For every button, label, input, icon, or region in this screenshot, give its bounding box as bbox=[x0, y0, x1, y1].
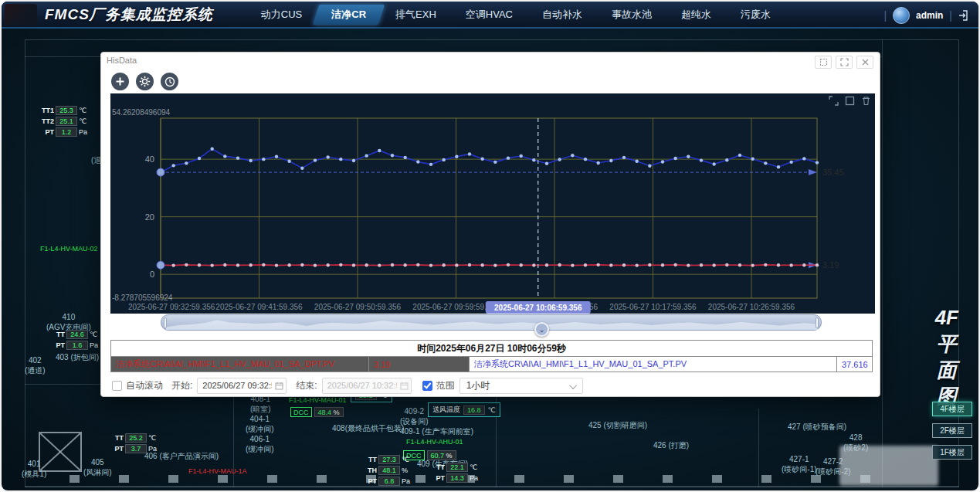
corner-logo bbox=[5, 4, 37, 25]
room-label: 425 (切割研磨间) bbox=[588, 421, 647, 431]
hisdata-dialog: HisData bbox=[100, 52, 880, 397]
svg-text:2025-06-27 10:06:59.356: 2025-06-27 10:06:59.356 bbox=[494, 304, 582, 312]
pillar bbox=[663, 475, 673, 483]
room-label: 426 (打磨) bbox=[653, 441, 689, 451]
trend-plot[interactable]: 020402025-06-27 09:32:59.3562025-06-27 0… bbox=[110, 93, 875, 314]
chevron-down-icon bbox=[569, 382, 577, 389]
pillar bbox=[415, 475, 426, 483]
app-title: FMCS厂务集成监控系统 bbox=[45, 5, 213, 25]
pillar bbox=[168, 475, 178, 483]
floor-selector-buttons: 4F楼层2F楼层1F楼层 bbox=[932, 402, 972, 460]
app-window: FMCS厂务集成监控系统 动力CUS洁净CR排气EXH空调HVAC自动补水事故水… bbox=[0, 0, 980, 492]
tab-自动补水[interactable]: 自动补水 bbox=[530, 4, 595, 25]
logout-icon[interactable] bbox=[958, 9, 971, 22]
sensor-readout-group: TT125.3℃TT225.1℃PT1.2Pa bbox=[39, 106, 87, 137]
room-label: 408(最终品烘干包装) bbox=[332, 424, 404, 434]
dialog-title: HisData bbox=[107, 56, 137, 65]
svg-text:2025-06-27 09:32:59.356: 2025-06-27 09:32:59.356 bbox=[128, 303, 215, 311]
sensor-readout-group: TT22.1℃PT14.3Pa bbox=[429, 463, 478, 483]
range-dropdown[interactable]: 1小时 bbox=[459, 378, 583, 394]
svg-text:2025-06-27 10:26:59.356: 2025-06-27 10:26:59.356 bbox=[708, 303, 795, 311]
start-label: 开始: bbox=[171, 379, 192, 392]
room-label: 402 (通道) bbox=[25, 356, 46, 375]
svg-text:35.45: 35.45 bbox=[822, 168, 844, 177]
room-label: 406-1 (缓冲间) bbox=[246, 435, 274, 454]
settings-gear-icon[interactable] bbox=[136, 73, 154, 90]
delete-curve-icon[interactable] bbox=[860, 95, 872, 107]
pillar bbox=[712, 475, 722, 483]
plan-title-char: 面 bbox=[937, 357, 957, 383]
equipment-tag: F1-L4-HV-AHU-01 bbox=[406, 438, 463, 446]
svg-text:20: 20 bbox=[145, 212, 154, 222]
restore-icon[interactable] bbox=[815, 56, 832, 69]
tab-动力CUS[interactable]: 动力CUS bbox=[249, 4, 314, 25]
pillar bbox=[613, 475, 623, 483]
room-label: 409-1 (生产车间前室) bbox=[400, 427, 473, 437]
svg-text:2025-06-27 10:17:59.356: 2025-06-27 10:17:59.356 bbox=[609, 303, 697, 311]
box-select-icon[interactable] bbox=[844, 95, 856, 107]
room-label: 403 (折包间) bbox=[56, 353, 99, 363]
tab-排气EXH[interactable]: 排气EXH bbox=[383, 4, 449, 25]
maximize-icon[interactable] bbox=[836, 56, 853, 69]
tab-事故水池[interactable]: 事故水池 bbox=[599, 4, 664, 25]
floor-button-1F楼层[interactable]: 1F楼层 bbox=[932, 445, 972, 460]
table-row[interactable]: 洁净系统CR\AI\AI_HMI\F1_L1_HV_MAU_01_SA_DPT.… bbox=[111, 357, 873, 372]
separator: | bbox=[949, 9, 952, 22]
pillar bbox=[317, 475, 327, 483]
range-checkbox[interactable] bbox=[422, 381, 432, 391]
floor-button-2F楼层[interactable]: 2F楼层 bbox=[932, 423, 972, 438]
pillar bbox=[70, 475, 80, 483]
room-label: 427 (喷砂预备间) bbox=[788, 422, 846, 433]
svg-text:54.26208496094: 54.26208496094 bbox=[112, 108, 171, 117]
room-label: 408-1 (暗室) bbox=[250, 395, 271, 414]
tab-洁净CR[interactable]: 洁净CR bbox=[319, 4, 378, 25]
pillar bbox=[267, 475, 277, 483]
top-navigation-bar: FMCS厂务集成监控系统 动力CUS洁净CR排气EXH空调HVAC自动补水事故水… bbox=[2, 2, 978, 29]
floor-button-4F楼层[interactable]: 4F楼层 bbox=[932, 402, 972, 416]
tab-空调HVAC[interactable]: 空调HVAC bbox=[453, 4, 525, 25]
timeline-scrollbar[interactable]: ⌄ bbox=[161, 314, 822, 331]
temperature-box: 送风温度16.8℃ bbox=[428, 402, 500, 417]
sensor-readout-group: TT25.2℃PT3.7Pa bbox=[108, 433, 157, 453]
tag-name-red[interactable]: 洁净系统CR\AI\AI_HMI\F1_L1_HV_MAU_01_SA_DPT.… bbox=[111, 357, 369, 372]
blurred-region bbox=[839, 446, 938, 486]
user-zone: | admin | bbox=[883, 2, 971, 29]
timeline-left-handle[interactable] bbox=[164, 317, 167, 328]
tag-value-blue: 37.616 bbox=[837, 357, 873, 372]
range-dropdown-value: 1小时 bbox=[466, 379, 490, 392]
time-range-controls: 自动滚动 开始: 结束: 范围 1小时 bbox=[112, 377, 583, 394]
pillar bbox=[761, 475, 771, 483]
close-icon[interactable] bbox=[856, 56, 873, 69]
equipment-tag: F1-L4-HV-MAU-01 bbox=[289, 396, 347, 404]
pillar bbox=[514, 475, 524, 483]
tab-超纯水[interactable]: 超纯水 bbox=[669, 4, 724, 25]
tag-name-blue[interactable]: 洁净系统CR\AI\AI_HMI\F1_L1_HV_MAU_01_SA_PT.P… bbox=[470, 357, 837, 372]
timeline-cursor-handle[interactable]: ⌄ bbox=[534, 322, 549, 337]
start-datetime-input[interactable] bbox=[197, 378, 287, 394]
svg-text:3.19: 3.19 bbox=[822, 260, 839, 270]
room-label: 404-1 (缓冲间) bbox=[246, 415, 274, 434]
svg-text:2025-06-27 09:41:59.356: 2025-06-27 09:41:59.356 bbox=[215, 303, 303, 311]
timeline-waveform bbox=[166, 315, 818, 331]
end-datetime-input[interactable] bbox=[322, 378, 412, 394]
range-label: 范围 bbox=[436, 379, 455, 392]
history-trend-chart[interactable]: 020402025-06-27 09:32:59.3562025-06-27 0… bbox=[110, 93, 875, 314]
window-controls bbox=[815, 56, 873, 69]
sensor-readout-group: TT24.6℃PT1.6Pa bbox=[49, 330, 98, 350]
floor-plan-title: 4F平面图 bbox=[935, 304, 958, 409]
tag-value-red: 3.19 bbox=[369, 357, 470, 372]
add-curve-icon[interactable] bbox=[111, 73, 129, 90]
plan-title-char: 平 bbox=[937, 331, 957, 357]
tab-污废水[interactable]: 污废水 bbox=[728, 4, 783, 25]
end-label: 结束: bbox=[296, 379, 317, 392]
pillar bbox=[564, 475, 574, 483]
svg-text:0: 0 bbox=[150, 270, 154, 279]
autoscroll-checkbox[interactable] bbox=[112, 381, 122, 391]
user-avatar[interactable] bbox=[893, 7, 910, 24]
svg-text:-8.278705596924: -8.278705596924 bbox=[112, 294, 173, 302]
room-label: 427-1 (喷砂间-1) bbox=[782, 455, 817, 474]
time-clock-icon[interactable] bbox=[161, 73, 178, 90]
timeline-right-handle[interactable] bbox=[816, 317, 819, 328]
chart-toolbar bbox=[111, 73, 178, 90]
zoom-reset-icon[interactable] bbox=[828, 95, 839, 107]
